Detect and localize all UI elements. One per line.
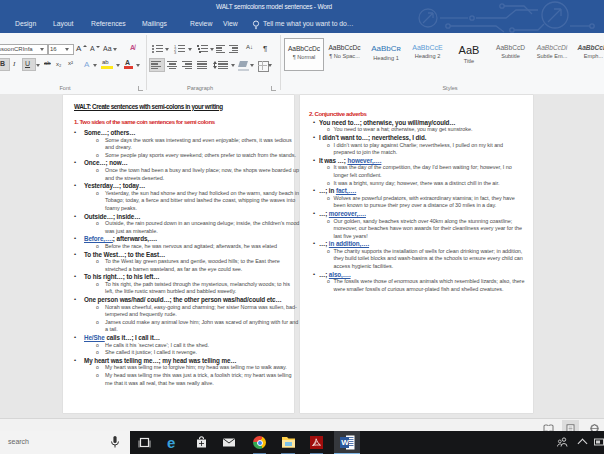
svg-text:W: W — [341, 438, 349, 447]
